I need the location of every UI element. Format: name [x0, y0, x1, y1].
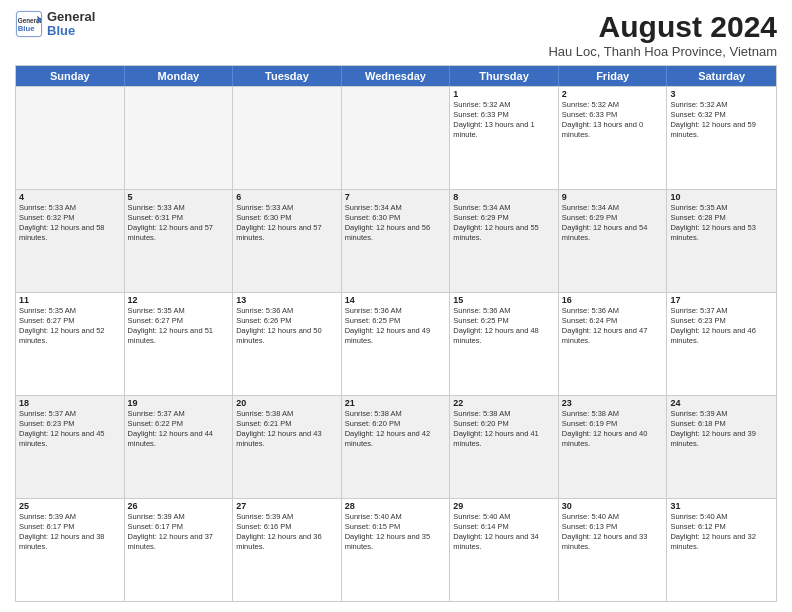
day-number: 31 [670, 501, 773, 511]
calendar-row-1: 4Sunrise: 5:33 AMSunset: 6:32 PMDaylight… [16, 189, 776, 292]
day-number: 23 [562, 398, 664, 408]
calendar-row-4: 25Sunrise: 5:39 AMSunset: 6:17 PMDayligh… [16, 498, 776, 601]
day-number: 18 [19, 398, 121, 408]
day-info: Sunrise: 5:38 AMSunset: 6:21 PMDaylight:… [236, 409, 338, 450]
logo-general: General [47, 10, 95, 24]
calendar-cell: 30Sunrise: 5:40 AMSunset: 6:13 PMDayligh… [559, 499, 668, 601]
day-number: 27 [236, 501, 338, 511]
day-info: Sunrise: 5:36 AMSunset: 6:24 PMDaylight:… [562, 306, 664, 347]
header-day-thursday: Thursday [450, 66, 559, 86]
calendar-cell: 22Sunrise: 5:38 AMSunset: 6:20 PMDayligh… [450, 396, 559, 498]
calendar-cell: 15Sunrise: 5:36 AMSunset: 6:25 PMDayligh… [450, 293, 559, 395]
calendar-cell: 25Sunrise: 5:39 AMSunset: 6:17 PMDayligh… [16, 499, 125, 601]
day-number: 12 [128, 295, 230, 305]
day-number: 7 [345, 192, 447, 202]
day-number: 21 [345, 398, 447, 408]
day-info: Sunrise: 5:35 AMSunset: 6:27 PMDaylight:… [128, 306, 230, 347]
title-block: August 2024 Hau Loc, Thanh Hoa Province,… [548, 10, 777, 59]
calendar-cell: 12Sunrise: 5:35 AMSunset: 6:27 PMDayligh… [125, 293, 234, 395]
calendar-cell: 26Sunrise: 5:39 AMSunset: 6:17 PMDayligh… [125, 499, 234, 601]
calendar-cell [125, 87, 234, 189]
calendar-cell: 10Sunrise: 5:35 AMSunset: 6:28 PMDayligh… [667, 190, 776, 292]
calendar-cell: 18Sunrise: 5:37 AMSunset: 6:23 PMDayligh… [16, 396, 125, 498]
day-info: Sunrise: 5:37 AMSunset: 6:23 PMDaylight:… [19, 409, 121, 450]
logo: General Blue General Blue [15, 10, 95, 39]
calendar-cell: 3Sunrise: 5:32 AMSunset: 6:32 PMDaylight… [667, 87, 776, 189]
day-info: Sunrise: 5:40 AMSunset: 6:13 PMDaylight:… [562, 512, 664, 553]
day-number: 6 [236, 192, 338, 202]
day-number: 4 [19, 192, 121, 202]
calendar-cell: 9Sunrise: 5:34 AMSunset: 6:29 PMDaylight… [559, 190, 668, 292]
calendar-cell: 6Sunrise: 5:33 AMSunset: 6:30 PMDaylight… [233, 190, 342, 292]
day-info: Sunrise: 5:36 AMSunset: 6:25 PMDaylight:… [345, 306, 447, 347]
day-number: 28 [345, 501, 447, 511]
day-number: 14 [345, 295, 447, 305]
day-number: 15 [453, 295, 555, 305]
calendar-cell: 17Sunrise: 5:37 AMSunset: 6:23 PMDayligh… [667, 293, 776, 395]
day-info: Sunrise: 5:33 AMSunset: 6:32 PMDaylight:… [19, 203, 121, 244]
calendar-row-3: 18Sunrise: 5:37 AMSunset: 6:23 PMDayligh… [16, 395, 776, 498]
day-info: Sunrise: 5:40 AMSunset: 6:15 PMDaylight:… [345, 512, 447, 553]
day-number: 3 [670, 89, 773, 99]
page-subtitle: Hau Loc, Thanh Hoa Province, Vietnam [548, 44, 777, 59]
day-info: Sunrise: 5:40 AMSunset: 6:12 PMDaylight:… [670, 512, 773, 553]
day-info: Sunrise: 5:36 AMSunset: 6:26 PMDaylight:… [236, 306, 338, 347]
logo-blue: Blue [47, 24, 95, 38]
day-info: Sunrise: 5:38 AMSunset: 6:20 PMDaylight:… [453, 409, 555, 450]
day-info: Sunrise: 5:32 AMSunset: 6:33 PMDaylight:… [453, 100, 555, 141]
calendar-cell: 2Sunrise: 5:32 AMSunset: 6:33 PMDaylight… [559, 87, 668, 189]
day-number: 24 [670, 398, 773, 408]
day-info: Sunrise: 5:34 AMSunset: 6:29 PMDaylight:… [562, 203, 664, 244]
day-info: Sunrise: 5:35 AMSunset: 6:28 PMDaylight:… [670, 203, 773, 244]
calendar-cell: 28Sunrise: 5:40 AMSunset: 6:15 PMDayligh… [342, 499, 451, 601]
calendar: SundayMondayTuesdayWednesdayThursdayFrid… [15, 65, 777, 602]
calendar-cell [16, 87, 125, 189]
header-day-tuesday: Tuesday [233, 66, 342, 86]
day-number: 19 [128, 398, 230, 408]
day-info: Sunrise: 5:33 AMSunset: 6:30 PMDaylight:… [236, 203, 338, 244]
day-info: Sunrise: 5:34 AMSunset: 6:29 PMDaylight:… [453, 203, 555, 244]
calendar-cell: 27Sunrise: 5:39 AMSunset: 6:16 PMDayligh… [233, 499, 342, 601]
calendar-row-2: 11Sunrise: 5:35 AMSunset: 6:27 PMDayligh… [16, 292, 776, 395]
day-info: Sunrise: 5:37 AMSunset: 6:23 PMDaylight:… [670, 306, 773, 347]
day-info: Sunrise: 5:32 AMSunset: 6:32 PMDaylight:… [670, 100, 773, 141]
day-number: 25 [19, 501, 121, 511]
calendar-cell: 23Sunrise: 5:38 AMSunset: 6:19 PMDayligh… [559, 396, 668, 498]
day-number: 30 [562, 501, 664, 511]
day-number: 29 [453, 501, 555, 511]
day-number: 9 [562, 192, 664, 202]
day-number: 22 [453, 398, 555, 408]
calendar-cell: 13Sunrise: 5:36 AMSunset: 6:26 PMDayligh… [233, 293, 342, 395]
day-info: Sunrise: 5:36 AMSunset: 6:25 PMDaylight:… [453, 306, 555, 347]
day-number: 2 [562, 89, 664, 99]
header: General Blue General Blue August 2024 Ha… [15, 10, 777, 59]
header-day-wednesday: Wednesday [342, 66, 451, 86]
day-number: 1 [453, 89, 555, 99]
day-info: Sunrise: 5:39 AMSunset: 6:17 PMDaylight:… [19, 512, 121, 553]
day-info: Sunrise: 5:33 AMSunset: 6:31 PMDaylight:… [128, 203, 230, 244]
calendar-cell: 4Sunrise: 5:33 AMSunset: 6:32 PMDaylight… [16, 190, 125, 292]
calendar-cell: 16Sunrise: 5:36 AMSunset: 6:24 PMDayligh… [559, 293, 668, 395]
logo-text: General Blue [47, 10, 95, 39]
day-number: 10 [670, 192, 773, 202]
calendar-cell: 19Sunrise: 5:37 AMSunset: 6:22 PMDayligh… [125, 396, 234, 498]
calendar-cell [342, 87, 451, 189]
calendar-cell: 1Sunrise: 5:32 AMSunset: 6:33 PMDaylight… [450, 87, 559, 189]
page-title: August 2024 [548, 10, 777, 44]
header-day-sunday: Sunday [16, 66, 125, 86]
page: General Blue General Blue August 2024 Ha… [0, 0, 792, 612]
day-info: Sunrise: 5:39 AMSunset: 6:17 PMDaylight:… [128, 512, 230, 553]
calendar-row-0: 1Sunrise: 5:32 AMSunset: 6:33 PMDaylight… [16, 86, 776, 189]
logo-icon: General Blue [15, 10, 43, 38]
calendar-cell: 21Sunrise: 5:38 AMSunset: 6:20 PMDayligh… [342, 396, 451, 498]
day-number: 20 [236, 398, 338, 408]
day-info: Sunrise: 5:34 AMSunset: 6:30 PMDaylight:… [345, 203, 447, 244]
day-number: 17 [670, 295, 773, 305]
day-number: 5 [128, 192, 230, 202]
calendar-header: SundayMondayTuesdayWednesdayThursdayFrid… [16, 66, 776, 86]
day-number: 8 [453, 192, 555, 202]
calendar-cell: 24Sunrise: 5:39 AMSunset: 6:18 PMDayligh… [667, 396, 776, 498]
calendar-cell: 8Sunrise: 5:34 AMSunset: 6:29 PMDaylight… [450, 190, 559, 292]
calendar-body: 1Sunrise: 5:32 AMSunset: 6:33 PMDaylight… [16, 86, 776, 601]
calendar-cell: 11Sunrise: 5:35 AMSunset: 6:27 PMDayligh… [16, 293, 125, 395]
